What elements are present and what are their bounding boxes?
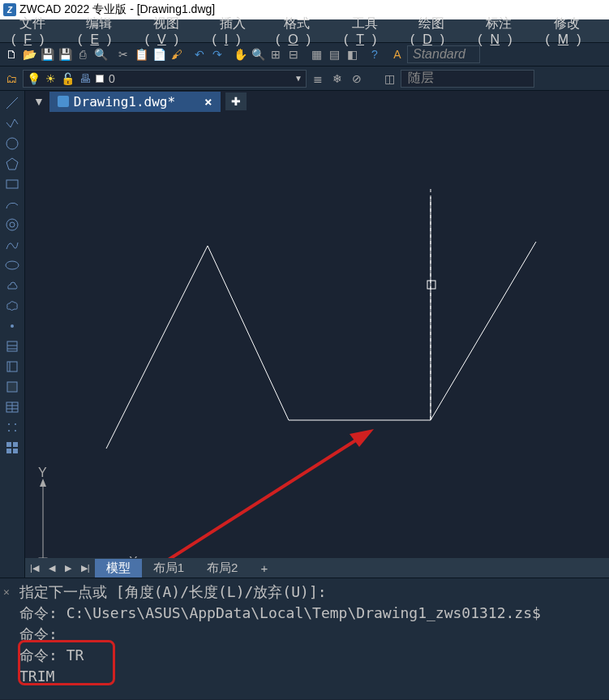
cursor-pickbox xyxy=(427,281,435,289)
canvas[interactable]: ▼ Drawing1.dwg* × ✚ Y xyxy=(25,91,609,578)
svg-point-19 xyxy=(15,423,16,425)
spline-tool-icon[interactable] xyxy=(3,236,21,254)
arc-tool-icon[interactable] xyxy=(3,195,21,213)
save-icon[interactable]: 💾 xyxy=(39,46,55,62)
cut-icon[interactable]: ✂ xyxy=(115,46,131,62)
properties-icon[interactable]: ▦ xyxy=(308,46,324,62)
cmd-line1: 指定下一点或 [角度(A)/长度(L)/放弃(U)]: xyxy=(19,582,603,603)
line-tool-icon[interactable] xyxy=(3,94,21,112)
svg-text:Y: Y xyxy=(38,466,47,479)
circle-tool-icon[interactable] xyxy=(3,135,21,152)
zoom-prev-icon[interactable]: ⊟ xyxy=(285,46,302,62)
file-tab-name: Drawing1.dwg* xyxy=(74,94,175,110)
dots-tool-icon[interactable] xyxy=(3,419,21,436)
svg-rect-8 xyxy=(7,341,17,351)
ellipse-tool-icon[interactable] xyxy=(3,256,21,274)
command-window[interactable]: ✕ 指定下一点或 [角度(A)/长度(L)/放弃(U)]: 命令: C:\Use… xyxy=(0,578,609,699)
help-icon[interactable]: ? xyxy=(367,46,383,62)
grid-tool-icon[interactable] xyxy=(3,439,21,457)
cmd-line4: 命令: TR xyxy=(19,645,603,666)
new-file-icon[interactable]: 🗋 xyxy=(3,46,19,62)
cmd-line5: TRIM xyxy=(19,666,603,687)
svg-rect-25 xyxy=(13,449,18,453)
drawing-canvas[interactable]: Y X xyxy=(25,112,609,558)
cloud-tool-icon[interactable] xyxy=(3,277,21,294)
layer-name: 0 xyxy=(109,72,115,85)
svg-rect-3 xyxy=(6,180,18,188)
layer-icon[interactable]: 🗂 xyxy=(3,71,19,87)
polyline-tool-icon[interactable] xyxy=(3,114,21,132)
nav-last-icon[interactable]: ▶| xyxy=(76,563,95,573)
gradient-tool-icon[interactable] xyxy=(3,358,21,376)
svg-rect-11 xyxy=(7,362,17,371)
line-segment xyxy=(431,242,536,420)
lock-icon: 🔓 xyxy=(61,72,75,85)
file-tab[interactable]: Drawing1.dwg* × xyxy=(49,92,221,112)
copy-icon[interactable]: 📋 xyxy=(133,46,149,62)
layer-toolbar: 🗂 💡 ☀ 🔓 🖶 0 ▼ ≣ ❄ ⊘ ◫ 随层 xyxy=(0,67,609,91)
preview-icon[interactable]: 🔍 xyxy=(92,46,109,62)
layer-selector[interactable]: 💡 ☀ 🔓 🖶 0 ▼ xyxy=(23,70,307,88)
sun-icon: ☀ xyxy=(45,72,56,85)
nav-next-icon[interactable]: ▶ xyxy=(60,563,76,573)
close-tab-icon[interactable]: × xyxy=(204,94,212,110)
svg-line-0 xyxy=(6,97,18,109)
polyline-drawing xyxy=(106,197,431,449)
cmd-line3: 命令: xyxy=(19,624,603,645)
textstyle-icon[interactable]: A xyxy=(389,46,405,62)
add-layout-button[interactable]: + xyxy=(249,560,279,577)
linetype-selector[interactable]: 随层 xyxy=(401,70,534,88)
paste-icon[interactable]: 📄 xyxy=(151,46,167,62)
svg-rect-23 xyxy=(13,442,18,447)
table-tool-icon[interactable] xyxy=(3,398,21,416)
block-icon[interactable]: ◫ xyxy=(381,71,397,87)
menu-draw[interactable]: 绘图(D) xyxy=(402,15,470,47)
menu-tools[interactable]: 工具(T) xyxy=(336,15,402,47)
svg-point-21 xyxy=(15,430,16,432)
menu-view[interactable]: 视图(V) xyxy=(137,15,204,47)
layer-manage-icon[interactable]: ≣ xyxy=(310,71,326,87)
menu-insert[interactable]: 插入(I) xyxy=(204,15,268,47)
svg-marker-27 xyxy=(40,479,46,487)
menu-file[interactable]: 文件(F) xyxy=(3,15,70,47)
zoom-icon[interactable]: 🔍 xyxy=(250,46,266,62)
undo-icon[interactable]: ↶ xyxy=(191,46,208,62)
svg-rect-24 xyxy=(6,449,11,453)
zoom-window-icon[interactable]: ⊞ xyxy=(268,46,284,62)
match-icon[interactable]: 🖌 xyxy=(169,46,185,62)
nav-prev-icon[interactable]: ◀ xyxy=(44,563,60,573)
donut-tool-icon[interactable] xyxy=(3,216,21,234)
region-tool-icon[interactable] xyxy=(3,378,21,396)
svg-marker-2 xyxy=(6,158,18,170)
menu-modify[interactable]: 修改(M) xyxy=(538,15,606,47)
open-file-icon[interactable]: 📂 xyxy=(21,46,37,62)
menu-format[interactable]: 格式(O) xyxy=(268,15,336,47)
print-icon[interactable]: ⎙ xyxy=(75,46,91,62)
layer-off-icon[interactable]: ⊘ xyxy=(349,71,365,87)
clean-icon[interactable]: ◧ xyxy=(344,46,360,62)
redo-icon[interactable]: ↷ xyxy=(209,46,225,62)
menu-edit[interactable]: 编辑(E) xyxy=(70,15,137,47)
model-tab[interactable]: 模型 xyxy=(95,559,142,578)
polygon-tool-icon[interactable] xyxy=(3,155,21,173)
close-command-icon[interactable]: ✕ xyxy=(3,582,10,603)
saveas-icon[interactable]: 💾 xyxy=(57,46,73,62)
nav-first-icon[interactable]: |◀ xyxy=(25,563,44,573)
point-tool-icon[interactable] xyxy=(3,317,21,335)
rectangle-tool-icon[interactable] xyxy=(3,175,21,193)
chevron-down-icon: ▼ xyxy=(294,74,302,83)
calc-icon[interactable]: ▤ xyxy=(326,46,342,62)
layout-tabs: |◀ ◀ ▶ ▶| 模型 布局1 布局2 + xyxy=(25,558,609,578)
hatch-tool-icon[interactable] xyxy=(3,337,21,355)
tab-menu-icon[interactable]: ▼ xyxy=(28,95,49,108)
menubar: 文件(F) 编辑(E) 视图(V) 插入(I) 格式(O) 工具(T) 绘图(D… xyxy=(0,19,609,42)
layout1-tab[interactable]: 布局1 xyxy=(142,559,195,578)
new-tab-button[interactable]: ✚ xyxy=(225,92,247,110)
layout2-tab[interactable]: 布局2 xyxy=(195,559,249,578)
pan-icon[interactable]: ✋ xyxy=(232,46,248,62)
revcloud-tool-icon[interactable] xyxy=(3,297,21,315)
plot-icon: 🖶 xyxy=(79,72,91,85)
style-dropdown[interactable] xyxy=(407,45,480,63)
menu-dimension[interactable]: 标注(N) xyxy=(470,15,537,47)
layer-freeze-icon[interactable]: ❄ xyxy=(329,71,345,87)
